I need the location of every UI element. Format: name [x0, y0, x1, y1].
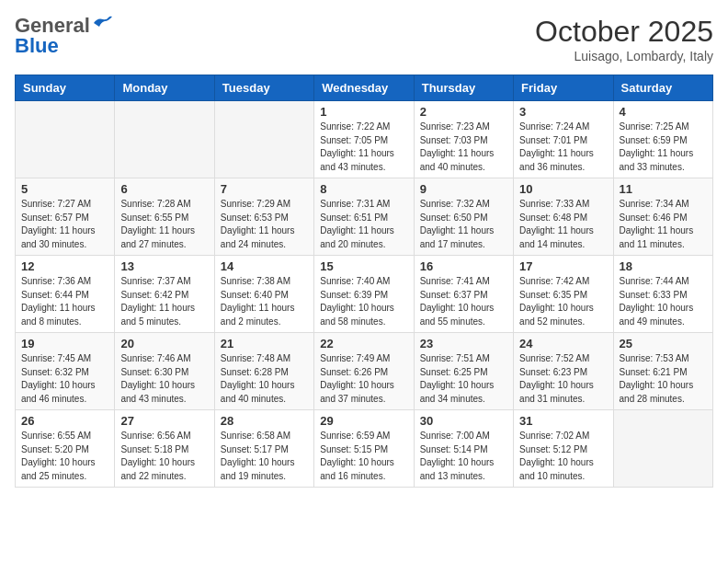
- day-info: Sunrise: 7:23 AMSunset: 7:03 PMDaylight:…: [420, 121, 507, 174]
- calendar-week-row: 12Sunrise: 7:36 AMSunset: 6:44 PMDayligh…: [16, 256, 713, 333]
- day-number: 12: [21, 259, 108, 273]
- calendar-cell: 6Sunrise: 7:28 AMSunset: 6:55 PMDaylight…: [115, 178, 214, 256]
- day-info: Sunrise: 7:48 AMSunset: 6:28 PMDaylight:…: [221, 352, 308, 406]
- day-number: 15: [320, 259, 407, 273]
- calendar-cell: 27Sunrise: 6:56 AMSunset: 5:18 PMDayligh…: [115, 410, 214, 488]
- day-info: Sunrise: 7:46 AMSunset: 6:30 PMDaylight:…: [120, 352, 208, 406]
- col-header-friday: Friday: [514, 75, 613, 101]
- calendar-cell: 28Sunrise: 6:58 AMSunset: 5:17 PMDayligh…: [214, 410, 313, 488]
- col-header-monday: Monday: [115, 75, 214, 101]
- day-number: 7: [221, 182, 308, 196]
- calendar-cell: 12Sunrise: 7:36 AMSunset: 6:44 PMDayligh…: [16, 256, 115, 333]
- calendar-cell: 25Sunrise: 7:53 AMSunset: 6:21 PMDayligh…: [613, 333, 712, 410]
- day-number: 5: [21, 182, 108, 196]
- day-number: 13: [120, 259, 208, 273]
- day-info: Sunrise: 7:52 AMSunset: 6:23 PMDaylight:…: [519, 352, 607, 406]
- calendar-header-row: SundayMondayTuesdayWednesdayThursdayFrid…: [16, 75, 713, 101]
- day-number: 6: [120, 182, 208, 196]
- calendar-week-row: 5Sunrise: 7:27 AMSunset: 6:57 PMDaylight…: [16, 178, 713, 256]
- calendar-cell: 9Sunrise: 7:32 AMSunset: 6:50 PMDaylight…: [414, 178, 513, 256]
- day-number: 16: [420, 259, 507, 273]
- calendar-cell: [214, 101, 313, 178]
- day-number: 4: [620, 105, 707, 119]
- day-number: 26: [21, 414, 108, 428]
- day-number: 14: [221, 259, 308, 273]
- calendar-table: SundayMondayTuesdayWednesdayThursdayFrid…: [15, 75, 713, 488]
- calendar-cell: 22Sunrise: 7:49 AMSunset: 6:26 PMDayligh…: [314, 333, 414, 410]
- day-number: 29: [320, 414, 407, 428]
- calendar-cell: 31Sunrise: 7:02 AMSunset: 5:12 PMDayligh…: [514, 410, 613, 488]
- month-title: October 2025: [535, 15, 713, 49]
- col-header-wednesday: Wednesday: [314, 75, 414, 101]
- day-number: 9: [420, 182, 507, 196]
- day-info: Sunrise: 7:25 AMSunset: 6:59 PMDaylight:…: [620, 121, 707, 174]
- page-header: General Blue October 2025 Luisago, Lomba…: [15, 15, 713, 63]
- day-info: Sunrise: 7:33 AMSunset: 6:48 PMDaylight:…: [519, 198, 607, 251]
- calendar-cell: 17Sunrise: 7:42 AMSunset: 6:35 PMDayligh…: [514, 256, 613, 333]
- logo-blue-text: Blue: [15, 34, 59, 57]
- day-info: Sunrise: 7:44 AMSunset: 6:33 PMDaylight:…: [620, 275, 707, 328]
- calendar-cell: 10Sunrise: 7:33 AMSunset: 6:48 PMDayligh…: [514, 178, 613, 256]
- day-info: Sunrise: 7:27 AMSunset: 6:57 PMDaylight:…: [21, 198, 108, 251]
- day-number: 22: [320, 337, 407, 350]
- day-number: 25: [620, 337, 707, 350]
- day-number: 31: [519, 414, 607, 428]
- day-info: Sunrise: 7:42 AMSunset: 6:35 PMDaylight:…: [519, 275, 607, 328]
- day-info: Sunrise: 7:49 AMSunset: 6:26 PMDaylight:…: [320, 352, 407, 406]
- logo-bird-icon: [92, 16, 112, 32]
- day-info: Sunrise: 7:37 AMSunset: 6:42 PMDaylight:…: [120, 275, 208, 328]
- calendar-cell: 8Sunrise: 7:31 AMSunset: 6:51 PMDaylight…: [314, 178, 414, 256]
- day-number: 21: [221, 337, 308, 350]
- calendar-cell: 7Sunrise: 7:29 AMSunset: 6:53 PMDaylight…: [214, 178, 313, 256]
- col-header-saturday: Saturday: [613, 75, 712, 101]
- day-number: 23: [420, 337, 507, 350]
- calendar-cell: 24Sunrise: 7:52 AMSunset: 6:23 PMDayligh…: [514, 333, 613, 410]
- calendar-cell: [16, 101, 115, 178]
- day-info: Sunrise: 6:55 AMSunset: 5:20 PMDaylight:…: [21, 430, 108, 483]
- day-number: 2: [420, 105, 507, 119]
- col-header-thursday: Thursday: [414, 75, 513, 101]
- calendar-cell: 30Sunrise: 7:00 AMSunset: 5:14 PMDayligh…: [414, 410, 513, 488]
- day-info: Sunrise: 7:40 AMSunset: 6:39 PMDaylight:…: [320, 275, 407, 328]
- logo: General Blue: [15, 15, 112, 57]
- calendar-week-row: 26Sunrise: 6:55 AMSunset: 5:20 PMDayligh…: [16, 410, 713, 488]
- day-number: 18: [620, 259, 707, 273]
- day-info: Sunrise: 7:41 AMSunset: 6:37 PMDaylight:…: [420, 275, 507, 328]
- day-info: Sunrise: 7:51 AMSunset: 6:25 PMDaylight:…: [420, 352, 507, 406]
- calendar-cell: 16Sunrise: 7:41 AMSunset: 6:37 PMDayligh…: [414, 256, 513, 333]
- day-number: 8: [320, 182, 407, 196]
- calendar-cell: 21Sunrise: 7:48 AMSunset: 6:28 PMDayligh…: [214, 333, 313, 410]
- day-info: Sunrise: 7:36 AMSunset: 6:44 PMDaylight:…: [21, 275, 108, 328]
- day-number: 28: [221, 414, 308, 428]
- calendar-cell: 11Sunrise: 7:34 AMSunset: 6:46 PMDayligh…: [613, 178, 712, 256]
- calendar-cell: 18Sunrise: 7:44 AMSunset: 6:33 PMDayligh…: [613, 256, 712, 333]
- day-info: Sunrise: 6:58 AMSunset: 5:17 PMDaylight:…: [221, 430, 308, 483]
- day-info: Sunrise: 7:02 AMSunset: 5:12 PMDaylight:…: [519, 430, 607, 483]
- calendar-week-row: 1Sunrise: 7:22 AMSunset: 7:05 PMDaylight…: [16, 101, 713, 178]
- day-number: 1: [320, 105, 407, 119]
- calendar-cell: 4Sunrise: 7:25 AMSunset: 6:59 PMDaylight…: [613, 101, 712, 178]
- calendar-cell: 19Sunrise: 7:45 AMSunset: 6:32 PMDayligh…: [16, 333, 115, 410]
- day-info: Sunrise: 7:31 AMSunset: 6:51 PMDaylight:…: [320, 198, 407, 251]
- calendar-cell: 26Sunrise: 6:55 AMSunset: 5:20 PMDayligh…: [16, 410, 115, 488]
- calendar-cell: 3Sunrise: 7:24 AMSunset: 7:01 PMDaylight…: [514, 101, 613, 178]
- calendar-cell: 2Sunrise: 7:23 AMSunset: 7:03 PMDaylight…: [414, 101, 513, 178]
- day-info: Sunrise: 6:56 AMSunset: 5:18 PMDaylight:…: [120, 430, 208, 483]
- calendar-cell: [613, 410, 712, 488]
- day-number: 17: [519, 259, 607, 273]
- col-header-tuesday: Tuesday: [214, 75, 313, 101]
- day-number: 3: [519, 105, 607, 119]
- day-info: Sunrise: 7:34 AMSunset: 6:46 PMDaylight:…: [620, 198, 707, 251]
- day-number: 27: [120, 414, 208, 428]
- day-info: Sunrise: 7:00 AMSunset: 5:14 PMDaylight:…: [420, 430, 507, 483]
- day-info: Sunrise: 7:38 AMSunset: 6:40 PMDaylight:…: [221, 275, 308, 328]
- day-number: 24: [519, 337, 607, 350]
- day-info: Sunrise: 7:32 AMSunset: 6:50 PMDaylight:…: [420, 198, 507, 251]
- calendar-cell: [115, 101, 214, 178]
- title-section: October 2025 Luisago, Lombardy, Italy: [535, 15, 713, 63]
- calendar-cell: 29Sunrise: 6:59 AMSunset: 5:15 PMDayligh…: [314, 410, 414, 488]
- calendar-cell: 15Sunrise: 7:40 AMSunset: 6:39 PMDayligh…: [314, 256, 414, 333]
- day-number: 10: [519, 182, 607, 196]
- day-info: Sunrise: 7:45 AMSunset: 6:32 PMDaylight:…: [21, 352, 108, 406]
- calendar-cell: 5Sunrise: 7:27 AMSunset: 6:57 PMDaylight…: [16, 178, 115, 256]
